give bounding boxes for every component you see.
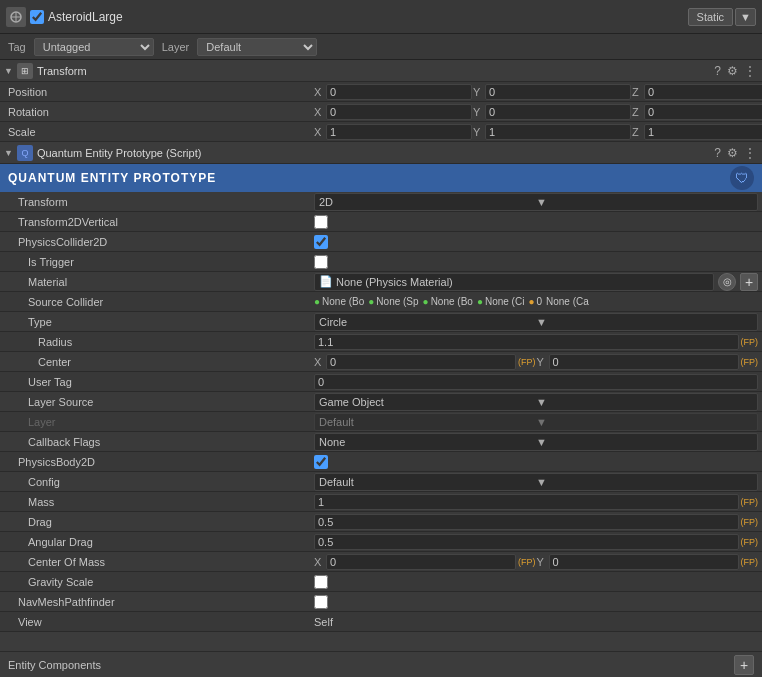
collider-badge-2: ●None (Sp (368, 296, 418, 307)
quantum-shield-icon: 🛡 (730, 166, 754, 190)
center-of-mass-xy: X (FP) Y (FP) (314, 554, 758, 570)
scale-y-input[interactable] (485, 124, 631, 140)
transform2d-vertical-checkbox[interactable] (314, 215, 328, 229)
scale-xyz: X Y Z (314, 124, 762, 140)
radius-input[interactable] (314, 334, 739, 350)
callback-flags-dropdown[interactable]: None ▼ (314, 433, 758, 451)
center-label: Center (4, 356, 314, 368)
is-trigger-checkbox[interactable] (314, 255, 328, 269)
physics-body-checkbox[interactable] (314, 455, 328, 469)
sy-label: Y (473, 126, 483, 138)
center-of-mass-label: Center Of Mass (4, 556, 314, 568)
rotation-x-field: X (314, 104, 472, 120)
gravity-scale-row: Gravity Scale (0, 572, 762, 592)
transform-section-header[interactable]: ▼ ⊞ Transform ? ⚙ ⋮ (0, 60, 762, 82)
rotation-x-input[interactable] (326, 104, 472, 120)
com-x-input[interactable] (326, 554, 516, 570)
material-row: Material 📄 None (Physics Material) ◎ + (0, 272, 762, 292)
type-caret: ▼ (536, 316, 753, 328)
rotation-y-field: Y (473, 104, 631, 120)
angular-drag-fp-label: (FP) (741, 537, 759, 547)
position-y-field: Y (473, 84, 631, 100)
quantum-help-btn[interactable]: ? (712, 146, 723, 160)
user-tag-input[interactable] (314, 374, 758, 390)
layer-source-label: Layer Source (4, 396, 314, 408)
physics-collider-checkbox[interactable] (314, 235, 328, 249)
material-plus-btn[interactable]: + (740, 273, 758, 291)
dot-green-2: ● (368, 296, 374, 307)
transform-menu-btn[interactable]: ⋮ (742, 64, 758, 78)
layer-value: Default (319, 416, 536, 428)
source-collider-value: ●None (Bo ●None (Sp ●None (Bo ●None (Ci … (314, 296, 758, 307)
angular-drag-input[interactable] (314, 534, 739, 550)
type-dropdown[interactable]: Circle ▼ (314, 313, 758, 331)
layer-label: Layer (4, 416, 314, 428)
scale-x-input[interactable] (326, 124, 472, 140)
rotation-z-field: Z (632, 104, 762, 120)
quantum-settings-btn[interactable]: ⚙ (725, 146, 740, 160)
is-trigger-row: Is Trigger (0, 252, 762, 272)
y-label: Y (473, 86, 483, 98)
material-text: None (Physics Material) (336, 276, 453, 288)
com-y-input[interactable] (549, 554, 739, 570)
active-checkbox[interactable] (30, 10, 44, 24)
center-y-input[interactable] (549, 354, 739, 370)
position-x-field: X (314, 84, 472, 100)
transform-settings-btn[interactable]: ⚙ (725, 64, 740, 78)
transform-triangle: ▼ (4, 66, 13, 76)
rz-label: Z (632, 106, 642, 118)
tag-select[interactable]: Untagged (34, 38, 154, 56)
type-value: Circle (319, 316, 536, 328)
layer-source-value: Game Object (319, 396, 536, 408)
static-dropdown[interactable]: ▼ (735, 8, 756, 26)
config-value: Default (319, 476, 536, 488)
gravity-scale-label: Gravity Scale (4, 576, 314, 588)
qe-transform-value: 2D (319, 196, 536, 208)
qe-transform-dropdown[interactable]: 2D ▼ (314, 193, 758, 211)
layer-dropdown[interactable]: Default ▼ (314, 413, 758, 431)
transform-icon: ⊞ (17, 63, 33, 79)
material-field[interactable]: 📄 None (Physics Material) (314, 273, 714, 291)
transform-help-btn[interactable]: ? (712, 64, 723, 78)
mass-input[interactable] (314, 494, 739, 510)
callback-flags-caret: ▼ (536, 436, 753, 448)
layer-source-row: Layer Source Game Object ▼ (0, 392, 762, 412)
layer-row: Layer Default ▼ (0, 412, 762, 432)
dot-green-3: ● (423, 296, 429, 307)
config-dropdown[interactable]: Default ▼ (314, 473, 758, 491)
quantum-entity-title: QUANTUM ENTITY PROTOTYPE (8, 171, 730, 185)
com-y-field: Y (FP) (537, 554, 759, 570)
position-y-input[interactable] (485, 84, 631, 100)
config-row: Config Default ▼ (0, 472, 762, 492)
center-x-input[interactable] (326, 354, 516, 370)
cx-label: X (314, 356, 324, 368)
quantum-menu-btn[interactable]: ⋮ (742, 146, 758, 160)
sz-label: Z (632, 126, 642, 138)
nav-mesh-checkbox[interactable] (314, 595, 328, 609)
position-x-input[interactable] (326, 84, 472, 100)
material-doc-icon: 📄 (319, 275, 333, 288)
scale-z-input[interactable] (644, 124, 762, 140)
ry-label: Y (473, 106, 483, 118)
drag-input[interactable] (314, 514, 739, 530)
entity-components-plus[interactable]: + (734, 655, 754, 675)
gravity-scale-checkbox[interactable] (314, 575, 328, 589)
position-z-input[interactable] (644, 84, 762, 100)
static-button[interactable]: Static (688, 8, 734, 26)
type-row: Type Circle ▼ (0, 312, 762, 332)
layer-select[interactable]: Default (197, 38, 317, 56)
com-y-label: Y (537, 556, 547, 568)
mass-value-container: (FP) (314, 494, 758, 510)
rotation-z-input[interactable] (644, 104, 762, 120)
quantum-section-header[interactable]: ▼ Q Quantum Entity Prototype (Script) ? … (0, 142, 762, 164)
radius-value-container: (FP) (314, 334, 758, 350)
physics-body-row: PhysicsBody2D (0, 452, 762, 472)
layer-source-dropdown[interactable]: Game Object ▼ (314, 393, 758, 411)
rotation-y-input[interactable] (485, 104, 631, 120)
physics-body-label: PhysicsBody2D (4, 456, 314, 468)
cy-label: Y (537, 356, 547, 368)
center-x-fp: (FP) (518, 357, 536, 367)
drag-fp-label: (FP) (741, 517, 759, 527)
material-dot-btn[interactable]: ◎ (718, 273, 736, 291)
position-z-field: Z (632, 84, 762, 100)
